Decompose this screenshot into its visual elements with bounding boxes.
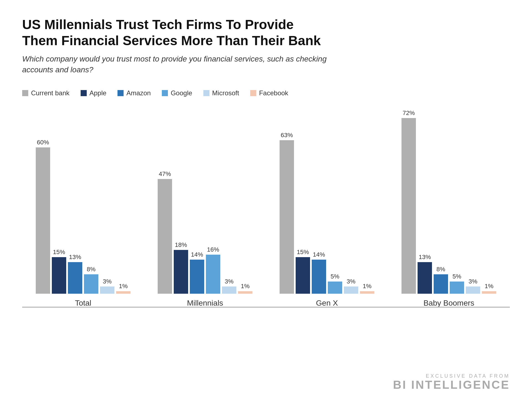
bar-label-0-0: 60%	[37, 139, 49, 146]
bar-wrapper-1-2: 14%	[190, 251, 204, 294]
legend-item-facebook: Facebook	[250, 89, 288, 97]
bar-wrapper-1-0: 47%	[158, 170, 172, 294]
bar-wrapper-1-1: 18%	[174, 241, 188, 294]
bar-wrapper-0-4: 3%	[100, 278, 114, 294]
bar-wrapper-1-3: 16%	[206, 246, 220, 294]
bar-wrapper-0-5: 1%	[116, 283, 131, 294]
bar-label-1-3: 16%	[207, 246, 219, 253]
bar-3-0	[401, 118, 416, 294]
legend-item-google: Google	[162, 89, 192, 97]
bar-label-0-1: 15%	[53, 249, 65, 256]
bar-label-2-1: 15%	[297, 249, 309, 256]
bar-label-0-5: 1%	[119, 283, 128, 290]
bar-label-1-2: 14%	[191, 251, 203, 258]
bar-wrapper-2-4: 3%	[344, 278, 358, 294]
bar-label-1-5: 1%	[241, 283, 250, 290]
bar-label-3-5: 1%	[485, 283, 493, 290]
legend-color-google	[162, 90, 168, 96]
bar-label-1-0: 47%	[159, 170, 171, 178]
bar-wrapper-2-5: 1%	[360, 283, 374, 294]
legend-label-current-bank: Current bank	[31, 89, 70, 97]
legend-color-apple	[81, 90, 87, 96]
bar-wrapper-3-2: 8%	[434, 266, 448, 294]
bar-3-4	[466, 287, 480, 294]
legend-item-amazon: Amazon	[117, 89, 151, 97]
group-label-2: Gen X	[266, 299, 388, 308]
bar-2-5	[360, 291, 374, 294]
bar-label-1-1: 18%	[175, 241, 187, 249]
bar-3-3	[450, 282, 464, 294]
watermark: EXCLUSIVE DATA FROM BI INTELLIGENCE	[393, 373, 510, 391]
bar-0-4	[100, 287, 114, 294]
bar-2-3	[328, 282, 342, 294]
bar-wrapper-2-1: 15%	[296, 249, 310, 294]
bar-1-2	[190, 260, 204, 294]
legend-label-google: Google	[171, 89, 192, 97]
legend-color-amazon	[117, 90, 124, 96]
bar-1-0	[158, 179, 172, 294]
bar-label-0-4: 3%	[103, 278, 112, 285]
legend-color-facebook	[250, 90, 256, 96]
group-millennials: 47%18%14%16%3%1%Millennials	[144, 111, 266, 308]
bar-0-2	[68, 262, 82, 294]
group-label-3: Baby Boomers	[388, 299, 510, 308]
legend-item-current-bank: Current bank	[22, 89, 70, 97]
bar-wrapper-1-5: 1%	[238, 283, 252, 294]
bar-label-2-2: 14%	[313, 251, 325, 258]
legend-label-amazon: Amazon	[126, 89, 151, 97]
legend-label-facebook: Facebook	[259, 89, 288, 97]
bar-label-2-5: 1%	[363, 283, 372, 290]
bar-3-5	[482, 291, 496, 294]
bar-2-1	[296, 257, 310, 294]
bar-2-2	[312, 260, 326, 294]
chart-title: US Millennials Trust Tech Firms To Provi…	[22, 17, 327, 48]
group-label-0: Total	[22, 299, 144, 308]
bar-label-3-4: 3%	[469, 278, 477, 285]
chart-area: 60%15%13%8%3%1%Total47%18%14%16%3%1%Mill…	[22, 114, 510, 330]
bar-label-2-0: 63%	[281, 132, 293, 139]
bar-label-3-1: 13%	[419, 254, 431, 261]
bar-2-0	[280, 140, 294, 294]
bar-wrapper-0-0: 60%	[36, 139, 50, 294]
bar-wrapper-2-3: 5%	[328, 273, 342, 294]
bar-label-3-2: 8%	[436, 266, 445, 273]
bar-wrapper-3-3: 5%	[450, 273, 464, 294]
bar-wrapper-2-2: 14%	[312, 251, 326, 294]
bar-0-5	[116, 291, 131, 294]
watermark-bottom: BI INTELLIGENCE	[393, 379, 510, 391]
bar-wrapper-3-0: 72%	[401, 109, 416, 294]
bar-0-3	[84, 274, 98, 294]
bar-label-1-4: 3%	[225, 278, 234, 285]
group-label-1: Millennials	[144, 299, 266, 308]
bar-wrapper-0-1: 15%	[52, 249, 66, 294]
bar-label-3-0: 72%	[403, 109, 415, 117]
legend-item-microsoft: Microsoft	[203, 89, 239, 97]
bar-3-2	[434, 274, 448, 294]
bar-0-0	[36, 147, 50, 294]
bar-wrapper-3-1: 13%	[418, 254, 432, 294]
chart-subtitle: Which company would you trust most to pr…	[22, 53, 327, 75]
bar-wrapper-3-5: 1%	[482, 283, 496, 294]
bar-wrapper-2-0: 63%	[280, 132, 294, 294]
bar-1-1	[174, 250, 188, 294]
legend-color-current-bank	[22, 90, 28, 96]
bar-label-2-3: 5%	[331, 273, 339, 280]
legend-color-microsoft	[203, 90, 209, 96]
group-total: 60%15%13%8%3%1%Total	[22, 111, 144, 308]
legend: Current bankAppleAmazonGoogleMicrosoftFa…	[22, 89, 510, 97]
bar-3-1	[418, 262, 432, 294]
bar-wrapper-1-4: 3%	[222, 278, 236, 294]
legend-label-apple: Apple	[89, 89, 106, 97]
bar-label-3-3: 5%	[452, 273, 461, 280]
bar-0-1	[52, 257, 66, 294]
bar-wrapper-3-4: 3%	[466, 278, 480, 294]
bar-wrapper-0-2: 13%	[68, 254, 82, 294]
bar-1-3	[206, 255, 220, 294]
bar-label-2-4: 3%	[347, 278, 355, 285]
bar-1-5	[238, 291, 252, 294]
legend-label-microsoft: Microsoft	[212, 89, 239, 97]
group-baby-boomers: 72%13%8%5%3%1%Baby Boomers	[388, 111, 510, 308]
chart-baseline	[22, 307, 510, 308]
bar-2-4	[344, 287, 358, 294]
group-gen-x: 63%15%14%5%3%1%Gen X	[266, 111, 388, 308]
